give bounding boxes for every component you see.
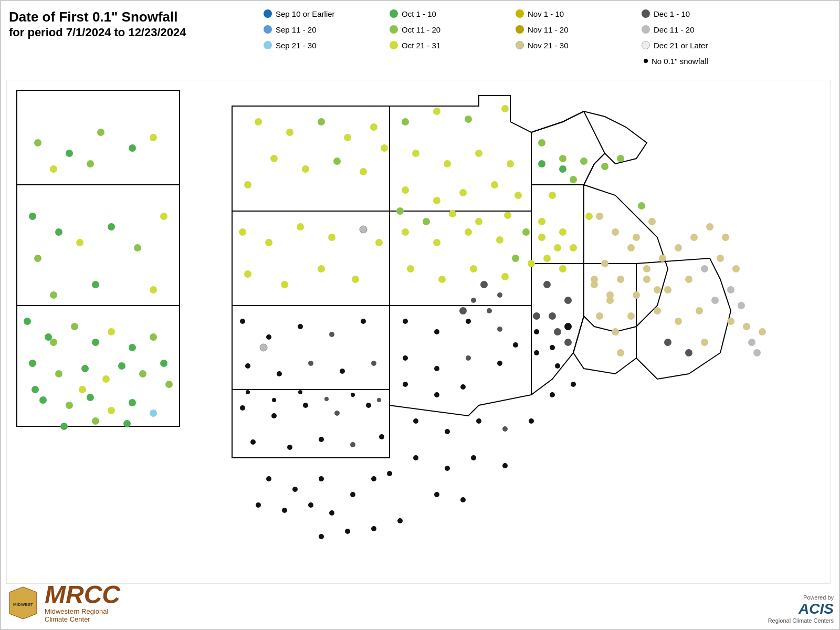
acis-subtitle: Regional Climate Centers bbox=[768, 617, 834, 624]
svg-point-123 bbox=[438, 276, 446, 283]
svg-point-130 bbox=[555, 363, 560, 369]
svg-point-111 bbox=[549, 192, 556, 199]
svg-point-67 bbox=[328, 234, 335, 241]
svg-point-26 bbox=[24, 318, 31, 325]
svg-point-113 bbox=[559, 228, 566, 236]
svg-point-127 bbox=[533, 312, 540, 320]
svg-point-18 bbox=[34, 255, 41, 262]
svg-point-30 bbox=[108, 328, 115, 335]
svg-point-150 bbox=[643, 265, 650, 272]
svg-point-190 bbox=[502, 426, 508, 432]
svg-point-240 bbox=[475, 218, 482, 225]
svg-point-83 bbox=[371, 361, 376, 366]
svg-point-19 bbox=[76, 239, 83, 246]
svg-point-143 bbox=[513, 342, 518, 348]
svg-point-161 bbox=[596, 312, 603, 320]
svg-point-115 bbox=[543, 255, 551, 262]
mrcc-letters: MRCC bbox=[45, 582, 120, 607]
svg-point-235 bbox=[351, 393, 355, 397]
svg-point-109 bbox=[559, 155, 566, 162]
svg-point-234 bbox=[324, 397, 329, 401]
svg-point-148 bbox=[617, 276, 624, 283]
svg-point-238 bbox=[423, 218, 430, 225]
svg-point-73 bbox=[375, 239, 383, 246]
svg-point-219 bbox=[690, 234, 698, 241]
svg-point-188 bbox=[445, 429, 450, 434]
legend-dot-nov11 bbox=[516, 25, 524, 34]
svg-point-209 bbox=[387, 471, 392, 476]
legend-item-empty2 bbox=[390, 54, 516, 68]
svg-point-34 bbox=[55, 370, 62, 377]
svg-point-70 bbox=[281, 281, 288, 288]
svg-point-213 bbox=[397, 518, 403, 523]
svg-point-92 bbox=[319, 437, 324, 442]
legend-item-empty1 bbox=[264, 54, 390, 68]
svg-point-193 bbox=[571, 382, 576, 387]
svg-point-69 bbox=[244, 270, 251, 278]
svg-point-68 bbox=[360, 226, 367, 233]
svg-point-82 bbox=[340, 369, 345, 374]
svg-point-183 bbox=[487, 308, 492, 313]
svg-point-146 bbox=[627, 244, 635, 251]
svg-point-196 bbox=[471, 455, 476, 460]
svg-point-179 bbox=[564, 323, 572, 330]
svg-point-105 bbox=[459, 189, 467, 196]
mrcc-subtitle-line2: Climate Center bbox=[45, 615, 90, 623]
svg-point-117 bbox=[402, 228, 409, 236]
svg-point-101 bbox=[475, 150, 482, 157]
legend-item-sep10: Sep 10 or Earlier bbox=[264, 6, 390, 21]
svg-point-103 bbox=[402, 186, 409, 194]
svg-point-76 bbox=[298, 324, 303, 329]
svg-point-53 bbox=[255, 118, 262, 125]
svg-point-145 bbox=[612, 228, 619, 236]
svg-point-94 bbox=[379, 434, 384, 439]
svg-point-87 bbox=[303, 403, 308, 408]
svg-point-184 bbox=[497, 292, 502, 298]
svg-point-236 bbox=[377, 398, 381, 402]
main-container: Date of First 0.1" Snowfall for period 7… bbox=[0, 0, 840, 630]
legend-label-nosnow: No 0.1" snowfall bbox=[652, 57, 708, 66]
svg-point-200 bbox=[319, 476, 324, 481]
svg-point-241 bbox=[504, 212, 511, 219]
svg-point-95 bbox=[402, 118, 409, 125]
legend-dot-dec1 bbox=[642, 9, 650, 18]
svg-point-15 bbox=[150, 134, 157, 141]
svg-point-156 bbox=[580, 158, 587, 165]
svg-point-14 bbox=[87, 160, 94, 167]
svg-point-133 bbox=[434, 329, 439, 334]
legend-item-oct11: Oct 11 - 20 bbox=[390, 22, 516, 37]
svg-point-90 bbox=[250, 439, 256, 445]
svg-point-212 bbox=[371, 526, 376, 531]
svg-point-191 bbox=[529, 418, 534, 424]
svg-point-89 bbox=[366, 403, 371, 408]
legend-label-oct11: Oct 11 - 20 bbox=[402, 25, 440, 34]
legend-dot-dec11 bbox=[642, 25, 650, 34]
svg-point-106 bbox=[491, 181, 498, 188]
svg-point-206 bbox=[329, 510, 334, 516]
svg-point-185 bbox=[480, 281, 488, 288]
svg-point-88 bbox=[334, 411, 340, 416]
svg-point-40 bbox=[39, 396, 47, 404]
svg-point-208 bbox=[371, 476, 376, 481]
svg-point-98 bbox=[501, 105, 509, 112]
svg-point-126 bbox=[512, 255, 519, 262]
svg-point-17 bbox=[55, 228, 62, 236]
svg-point-37 bbox=[118, 362, 125, 370]
svg-point-160 bbox=[606, 291, 614, 299]
legend-label-oct1: Oct 1 - 10 bbox=[402, 9, 436, 18]
svg-point-211 bbox=[345, 529, 350, 534]
svg-point-239 bbox=[449, 210, 456, 217]
svg-point-207 bbox=[350, 492, 355, 497]
svg-point-214 bbox=[633, 234, 640, 241]
legend-item-nov1: Nov 1 - 10 bbox=[516, 6, 642, 21]
svg-point-199 bbox=[460, 497, 466, 502]
svg-point-104 bbox=[433, 197, 440, 204]
svg-point-215 bbox=[648, 218, 656, 225]
svg-point-96 bbox=[433, 108, 440, 115]
svg-point-138 bbox=[466, 355, 471, 361]
legend-dot-sep11 bbox=[264, 25, 272, 34]
map-area bbox=[6, 80, 831, 584]
map-svg bbox=[6, 80, 831, 584]
svg-point-33 bbox=[29, 360, 36, 367]
svg-point-32 bbox=[150, 333, 157, 341]
